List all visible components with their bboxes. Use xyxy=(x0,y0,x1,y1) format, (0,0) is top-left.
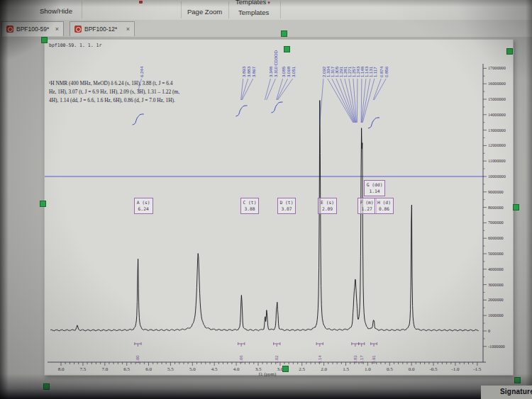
photo-frame: Templates▾ Show/Hide Page Zoom Templates… xyxy=(0,0,532,399)
cutoff-toolbar-icon xyxy=(139,1,143,4)
svg-text:7000000: 7000000 xyxy=(488,220,504,225)
app-window: Templates▾ Show/Hide Page Zoom Templates… xyxy=(0,0,532,399)
close-icon[interactable]: × xyxy=(126,26,130,33)
signature-text: Signature xyxy=(500,388,532,395)
svg-text:14000000: 14000000 xyxy=(488,112,506,117)
svg-text:-1.0: -1.0 xyxy=(451,366,460,372)
svg-text:13000000: 13000000 xyxy=(488,128,506,133)
selection-handle[interactable] xyxy=(506,48,513,55)
tab-bpf100-59[interactable]: BPF100-59* × xyxy=(1,21,64,36)
multiplet-shift: 0.86 xyxy=(377,206,391,212)
document-icon xyxy=(6,26,13,33)
chevron-down-icon: ▾ xyxy=(267,0,270,5)
svg-text:16000000: 16000000 xyxy=(488,81,506,86)
multiplet-label: C (t) xyxy=(243,199,257,206)
svg-text:10000000: 10000000 xyxy=(488,174,506,179)
selection-handle[interactable] xyxy=(282,366,289,372)
selection-handle[interactable] xyxy=(43,383,50,390)
document-tabbar: BPF100-59* × BPF100-12* × xyxy=(0,20,532,38)
multiplet-box-D[interactable]: D (t)3.07 xyxy=(277,198,297,214)
annotation-line: 4H), 1.14 (dd, J = 6.6, 1.6 Hz, 6H), 0.8… xyxy=(49,96,229,105)
svg-text:1000000: 1000000 xyxy=(488,313,504,317)
svg-text:2.5: 2.5 xyxy=(299,366,305,372)
peak-label[interactable]: 6.244 xyxy=(139,67,144,77)
svg-text:5000000: 5000000 xyxy=(488,251,504,256)
svg-text:1.5: 1.5 xyxy=(343,366,349,372)
peak-label[interactable]: 1.117 xyxy=(372,67,377,77)
svg-text:-1000000: -1000000 xyxy=(488,344,505,349)
spectrum-title: bpf100-59. 1. 1. 1r xyxy=(49,43,101,48)
integral-value[interactable]: 1.06 xyxy=(239,355,243,364)
multiplet-label: H (d) xyxy=(377,199,391,206)
peak-label[interactable]: 0.856 xyxy=(384,67,389,77)
integral-value[interactable]: 6.17 xyxy=(360,355,364,364)
integral-value[interactable]: 1.02 xyxy=(275,355,279,364)
svg-text:6.0: 6.0 xyxy=(145,366,152,372)
svg-text:4000000: 4000000 xyxy=(488,266,504,271)
svg-text:2.0: 2.0 xyxy=(321,366,327,372)
close-icon[interactable]: × xyxy=(55,26,59,33)
ribbon-group-templates: Templates xyxy=(238,9,269,16)
peak-label[interactable]: 3.068 xyxy=(286,67,291,77)
integral-value[interactable]: 0.91 xyxy=(372,355,376,364)
document-canvas: 8.07.57.06.56.05.55.04.54.03.53.02.52.01… xyxy=(0,37,532,399)
tab-label: BPF100-12* xyxy=(84,26,117,33)
nmr-annotation: ¹H NMR (400 MHz, MeOD) δ 6.24 (s, 1H), 3… xyxy=(49,79,229,105)
document-icon xyxy=(74,26,82,33)
ribbon-separator xyxy=(181,1,182,18)
multiplet-label: A (s) xyxy=(137,199,150,206)
multiplet-box-E[interactable]: E (s)2.09 xyxy=(318,198,337,214)
svg-text:8.0: 8.0 xyxy=(58,366,65,372)
selection-handle[interactable] xyxy=(281,30,287,37)
svg-text:6000000: 6000000 xyxy=(488,235,504,240)
annotation-line: Hz, 1H), 3.07 (t, J = 6.9 Hz, 1H), 2.09 … xyxy=(49,88,229,96)
svg-text:5.0: 5.0 xyxy=(189,366,196,372)
multiplet-box-A[interactable]: A (s)6.24 xyxy=(134,198,153,214)
selection-handle[interactable] xyxy=(284,46,290,52)
peak-label[interactable]: 3.867 xyxy=(251,67,256,77)
svg-text:12000000: 12000000 xyxy=(488,142,506,147)
multiplet-shift: 6.24 xyxy=(137,206,150,212)
svg-text:-1.5: -1.5 xyxy=(473,366,482,372)
svg-text:4.5: 4.5 xyxy=(211,366,218,372)
peak-label[interactable]: 3.893 xyxy=(241,67,246,77)
selection-handle[interactable] xyxy=(40,201,46,207)
multiplet-box-F[interactable]: F (m)1.27 xyxy=(358,198,377,214)
multiplet-label: E (s) xyxy=(321,199,334,206)
peak-label[interactable]: 3.310 CD3OD xyxy=(273,50,278,77)
svg-text:7.0: 7.0 xyxy=(101,366,108,372)
peak-label[interactable]: 3.051 xyxy=(291,67,296,77)
integral-value[interactable]: 3.14 xyxy=(318,355,322,364)
multiplet-label: G (dd) xyxy=(367,181,383,188)
svg-text:3000000: 3000000 xyxy=(488,282,504,287)
multiplet-box-G[interactable]: G (dd)1.14 xyxy=(364,180,386,196)
multiplet-shift: 1.14 xyxy=(367,188,383,194)
integral-value[interactable]: 1.00 xyxy=(135,355,140,364)
selection-handle[interactable] xyxy=(513,204,519,210)
tab-bpf100-12[interactable]: BPF100-12* × xyxy=(70,21,135,36)
selection-handle[interactable] xyxy=(514,377,521,383)
tab-label: BPF100-59* xyxy=(16,26,49,33)
multiplet-shift: 3.07 xyxy=(280,206,294,212)
svg-text:17000000: 17000000 xyxy=(488,65,506,70)
svg-text:1.0: 1.0 xyxy=(365,366,371,372)
integral-value[interactable]: 3.83 xyxy=(353,355,358,364)
ribbon-separator xyxy=(280,1,281,18)
peak-label[interactable]: 3.085 xyxy=(281,67,286,77)
svg-text:0: 0 xyxy=(488,328,490,333)
multiplet-box-H[interactable]: H (d)0.86 xyxy=(375,198,394,214)
annotation-line: ¹H NMR (400 MHz, MeOD) δ 6.24 (s, 1H), 3… xyxy=(49,79,229,88)
svg-text:5.5: 5.5 xyxy=(167,366,174,372)
multiplet-label: D (t) xyxy=(280,199,294,206)
peak-label[interactable]: 3.883 xyxy=(246,67,251,77)
ribbon-group-pagezoom: Page Zoom xyxy=(187,8,222,16)
ribbon-toolbar: Templates▾ Show/Hide Page Zoom Templates xyxy=(0,0,532,21)
svg-text:4.0: 4.0 xyxy=(233,366,240,372)
spectrum-page[interactable]: 8.07.57.06.56.05.55.04.54.03.53.02.52.01… xyxy=(44,39,514,376)
multiplet-label: F (m) xyxy=(360,199,374,206)
selection-handle[interactable] xyxy=(41,37,48,43)
templates-button[interactable]: Templates▾ xyxy=(235,0,270,6)
svg-text:8000000: 8000000 xyxy=(488,205,504,210)
svg-text:6.5: 6.5 xyxy=(123,366,130,372)
multiplet-box-C[interactable]: C (t)3.88 xyxy=(240,198,260,214)
